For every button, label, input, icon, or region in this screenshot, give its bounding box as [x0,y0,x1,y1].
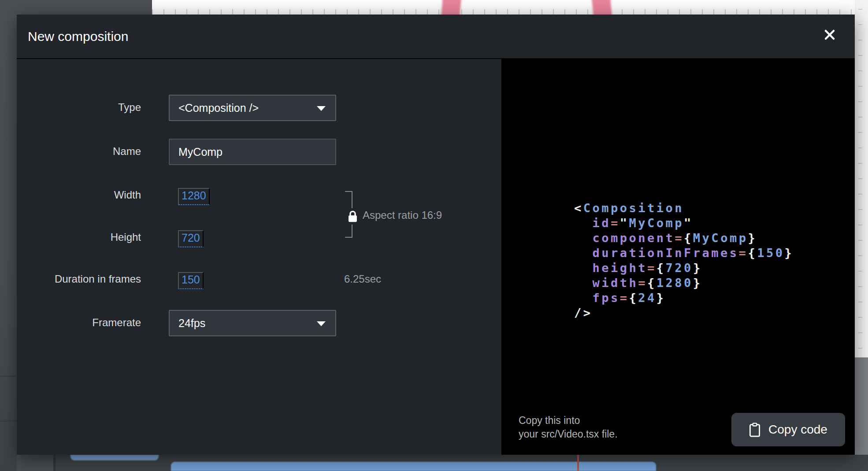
code-preview-panel: <Composition id="MyComp" component={MyCo… [501,59,855,455]
name-label: Name [17,145,141,158]
timeline-clip-large [171,462,656,471]
code-line: /> [574,305,794,320]
height-value-link[interactable]: 720 [178,230,204,247]
copy-hint-line2: your src/Video.tsx file. [519,427,618,441]
timeline-track-header [17,455,53,471]
close-button[interactable] [820,25,839,44]
framerate-label: Framerate [17,316,141,329]
code-block: <Composition id="MyComp" component={MyCo… [574,201,794,320]
background-toolbar [0,0,152,15]
duration-label: Duration in frames [17,272,141,286]
background-right-panel [855,357,868,471]
code-line: <Composition [574,201,794,216]
ruler-ticks [152,9,868,15]
type-label: Type [17,101,141,114]
code-line: width={1280} [574,276,794,291]
type-dropdown[interactable]: <Composition /> [169,95,336,121]
lock-icon [347,208,358,224]
preview-right-edge [855,0,868,357]
framerate-dropdown-value: 24fps [178,311,205,335]
code-line: id="MyComp" [574,216,794,231]
close-icon [823,28,836,41]
ruler-ticks-vertical [858,9,862,366]
width-value-link[interactable]: 1280 [178,188,210,205]
code-line: durationInFrames={150} [574,246,794,261]
preview-graphic-right-leg [592,0,612,15]
width-label: Width [17,188,141,202]
chevron-down-icon [317,106,326,111]
screen: New composition Type <Composition /> Nam… [0,0,868,471]
type-dropdown-value: <Composition /> [178,96,259,120]
framerate-dropdown[interactable]: 24fps [169,310,336,336]
name-input[interactable] [169,139,336,165]
new-composition-dialog: New composition Type <Composition /> Nam… [17,15,855,455]
copy-code-button[interactable]: Copy code [731,413,845,446]
preview-ruler [152,0,868,15]
clipboard-icon [749,423,760,437]
dialog-header: New composition [17,15,855,58]
background-divider [0,375,17,377]
duration-value-link[interactable]: 150 [178,272,204,289]
timeline-clip-small [70,455,159,460]
copy-hint-line1: Copy this into [519,414,618,427]
copy-hint: Copy this into your src/Video.tsx file. [519,414,618,441]
code-line: height={720} [574,261,794,276]
duration-seconds: 6.25sec [344,273,381,285]
dialog-title: New composition [28,15,128,58]
copy-code-label: Copy code [768,423,827,437]
background-left-panel [0,0,17,471]
code-line: fps={24} [574,291,794,305]
height-label: Height [17,231,141,244]
timeline-playhead [577,455,579,471]
code-line: component={MyComp} [574,231,794,246]
preview-graphic-left-leg [441,0,461,15]
chevron-down-icon [317,321,326,326]
aspect-ratio-label: Aspect ratio 16:9 [363,209,442,221]
background-divider [0,420,17,422]
timeline-divider [53,455,56,471]
